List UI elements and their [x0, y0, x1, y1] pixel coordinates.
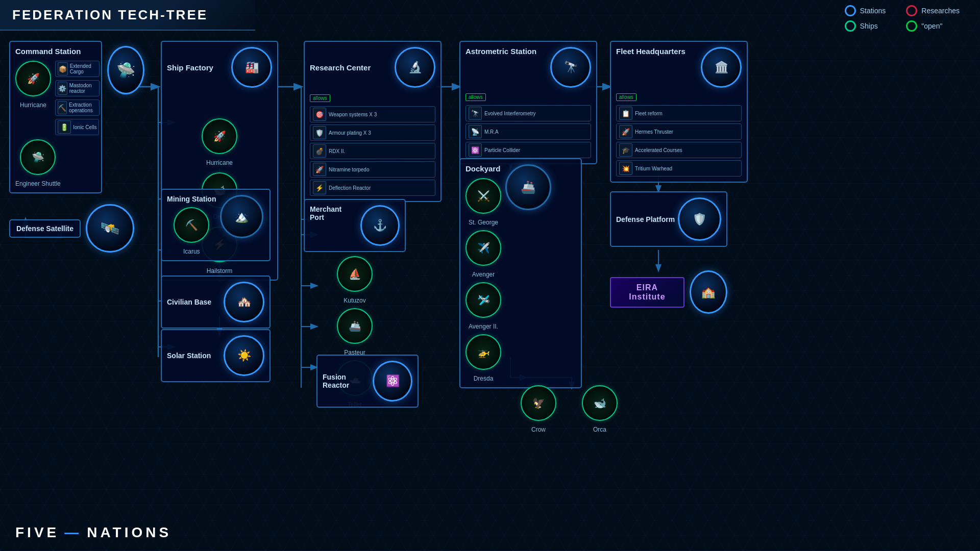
dockyard-title: Dockyard — [465, 164, 501, 173]
ship-factory-title: Ship Factory — [167, 63, 213, 72]
astrometric-station-title: Astrometric Station — [465, 47, 536, 56]
civilian-base-node[interactable]: Civilian Base 🏘️ — [161, 276, 271, 329]
command-station-title: Command Station — [15, 47, 96, 56]
armour-plating-item[interactable]: 🛡️Armour plating X 3 — [310, 124, 435, 141]
rc-allows-badge: allows — [310, 94, 330, 102]
kutuzov-icon[interactable]: ⛵ — [337, 256, 373, 292]
defense-satellite-icon: 🛰️ — [86, 204, 134, 253]
defense-satellite-node[interactable]: Defense Satellite 🛰️ — [9, 204, 134, 253]
st-george-label: St. George — [469, 219, 498, 226]
defense-satellite-title: Defense Satellite — [9, 219, 81, 238]
weapon-systems-item[interactable]: 🎯Weapon systems X 3 — [310, 106, 435, 122]
legend-ships: Ships — [845, 20, 886, 32]
extraction-ops-item[interactable]: ⛏️Extraction operations — [55, 99, 100, 116]
legend-open: "open" — [906, 20, 960, 32]
legend-col-1: Stations Ships — [845, 5, 886, 32]
dresda-label: Dresda — [474, 375, 494, 382]
open-icon — [906, 20, 917, 32]
research-center-title: Research Center — [310, 63, 371, 72]
tritium-item[interactable]: 💥Tritium Warhead — [616, 160, 742, 177]
pasteur-icon[interactable]: 🚢 — [337, 308, 373, 344]
mining-station-node[interactable]: Mining Station ⛏️ Icarus 🏔️ — [161, 189, 271, 261]
researches-icon — [906, 5, 917, 16]
sf-hurricane-label: Hurricane — [206, 159, 233, 166]
research-center-node[interactable]: Research Center 🔬 allows 🎯Weapon systems… — [304, 41, 442, 202]
extended-cargo-item[interactable]: 📦Extended Cargo — [55, 61, 100, 77]
mra-item[interactable]: 📡M.R.A — [465, 123, 591, 140]
fhq-allows-badge: allows — [616, 93, 636, 101]
crow-icon[interactable]: 🦅 — [521, 385, 556, 421]
avenger-icon[interactable]: ✈️ — [465, 230, 501, 266]
legend-stations: Stations — [845, 5, 886, 16]
legend: Stations Ships Researches "open" — [845, 5, 960, 32]
ship-factory-icon: 🏭 — [231, 47, 272, 88]
dockyard-icon: 🚢 — [505, 164, 551, 210]
mastodon-reactor-item[interactable]: ⚙️Mastodon reactor — [55, 80, 100, 96]
ships-icon — [845, 20, 856, 32]
sf-hailstorm-label: Hailstorm — [207, 267, 233, 274]
logo-text1: FIVE — [15, 524, 59, 541]
kutuzov-label: Kutuzov — [344, 297, 365, 304]
sf-hurricane-icon[interactable]: 🚀 — [202, 118, 237, 154]
fleet-reform-item[interactable]: 📋Fleet reform — [616, 105, 742, 121]
nitramine-item[interactable]: 🚀Nitramine torpedo — [310, 161, 435, 178]
orca-bottom-label: Orca — [593, 426, 606, 433]
astrometric-station-icon: 🔭 — [550, 47, 591, 88]
merchant-port-icon: ⚓ — [360, 205, 400, 246]
astrometric-station-node[interactable]: Astrometric Station 🔭 allows 🔭Evolved In… — [459, 41, 597, 164]
as-allows-badge: allows — [465, 93, 486, 101]
engineer-shuttle-icon[interactable]: 🛸 — [20, 139, 56, 175]
mining-station-title: Mining Station — [167, 195, 216, 203]
eira-title: EIRA Institute — [629, 283, 665, 301]
fusion-reactor-title: Fusion Reactor — [323, 373, 373, 389]
avenger2-label: Avenger II. — [469, 323, 498, 330]
page-title: FEDERATION TECH-TREE — [12, 7, 208, 23]
orca-bottom-icon[interactable]: 🐋 — [582, 385, 618, 421]
st-george-icon[interactable]: ⚔️ — [465, 178, 501, 214]
solar-station-title: Solar Station — [167, 352, 211, 360]
logo-dash: — — [64, 524, 82, 541]
fleet-hq-title: Fleet Headquarters — [616, 47, 685, 56]
solar-station-icon: ☀️ — [224, 335, 264, 376]
eira-box[interactable]: EIRA Institute — [610, 277, 684, 308]
accelerated-item[interactable]: 🎓Accelerated Courses — [616, 142, 742, 158]
solar-station-node[interactable]: Solar Station ☀️ — [161, 329, 271, 382]
fusion-reactor-icon: ⚛️ — [373, 361, 412, 402]
fusion-reactor-node[interactable]: Fusion Reactor ⚛️ — [316, 355, 419, 408]
stations-icon — [845, 5, 856, 16]
rdx-item[interactable]: 💣RDX II. — [310, 143, 435, 159]
command-station-icon: 🛸 — [107, 46, 144, 94]
avenger2-icon[interactable]: 🛩️ — [465, 282, 501, 318]
ionic-cells-item[interactable]: 🔋Ionic Cells — [55, 119, 99, 135]
eira-institute-node[interactable]: EIRA Institute 🏫 — [610, 270, 727, 314]
command-station-node[interactable]: Command Station 🚀 Hurricane 📦Extended Ca… — [9, 41, 144, 193]
fleet-hq-node[interactable]: Fleet Headquarters 🏛️ allows 📋Fleet refo… — [610, 41, 748, 183]
dresda-icon[interactable]: 🚁 — [465, 334, 501, 370]
defense-platform-title: Defense Platform — [616, 215, 675, 223]
engineer-shuttle-label: Engineer Shuttle — [15, 180, 61, 187]
deflection-item[interactable]: ⚡Deflection Reactor — [310, 180, 435, 196]
particle-item[interactable]: ⚛️Particle Collider — [465, 142, 591, 158]
legend-col-2: Researches "open" — [906, 5, 960, 32]
logo-text2: NATIONS — [87, 524, 172, 541]
dockyard-node[interactable]: Dockyard ⚔️St. George ✈️Avenger 🛩️Avenge… — [459, 158, 582, 388]
hermes-item[interactable]: 🚀Hermes Thruster — [616, 123, 742, 140]
merchant-port-title: Merchant Port — [310, 205, 356, 221]
civilian-base-title: Civilian Base — [167, 298, 211, 306]
civilian-base-icon: 🏘️ — [224, 282, 264, 322]
defense-platform-node[interactable]: Defense Platform 🛡️ — [610, 191, 727, 247]
icarus-icon[interactable]: ⛏️ — [174, 207, 209, 243]
icarus-label: Icarus — [183, 248, 200, 255]
legend-researches: Researches — [906, 5, 960, 16]
research-center-icon: 🔬 — [395, 47, 435, 88]
header: FEDERATION TECH-TREE — [0, 0, 255, 31]
logo: FIVE — NATIONS — [15, 524, 172, 541]
mining-station-icon: 🏔️ — [220, 195, 263, 238]
bottom-ships: 🦅Crow 🐋Orca — [521, 385, 618, 433]
eira-icon: 🏫 — [690, 270, 727, 314]
crow-label: Crow — [531, 426, 546, 433]
fleet-hq-icon: 🏛️ — [701, 47, 742, 88]
hurricane-label: Hurricane — [20, 102, 46, 109]
hurricane-icon[interactable]: 🚀 — [15, 61, 51, 96]
evolved-item[interactable]: 🔭Evolved Interferometry — [465, 105, 591, 121]
